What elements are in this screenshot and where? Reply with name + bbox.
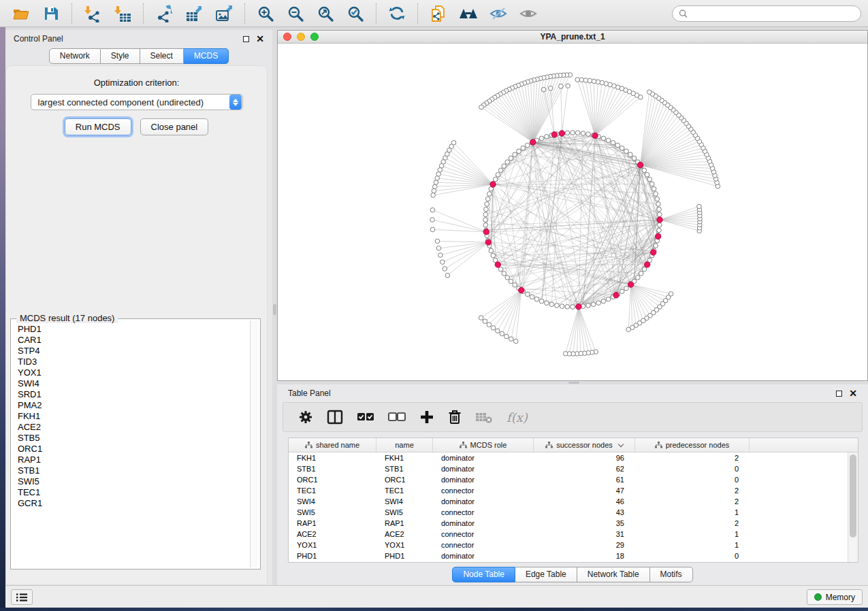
ring-node[interactable]: [586, 132, 591, 137]
mcds-result-scrollbar[interactable]: [250, 320, 259, 567]
column-header-name[interactable]: name: [376, 438, 433, 452]
leaf-node[interactable]: [496, 329, 500, 333]
export-network-button[interactable]: [150, 3, 178, 24]
ring-node[interactable]: [628, 152, 633, 157]
mcds-result-item[interactable]: SWI5: [18, 476, 249, 487]
network-window-titlebar[interactable]: YPA_prune.txt_1: [278, 31, 867, 44]
ring-node[interactable]: [606, 297, 611, 301]
tab-network-table[interactable]: Network Table: [577, 567, 650, 582]
ring-node[interactable]: [591, 302, 596, 307]
run-mcds-button[interactable]: Run MCDS: [65, 118, 131, 135]
zoom-out-button[interactable]: [281, 3, 310, 24]
mcds-result-item[interactable]: CAR1: [18, 335, 249, 346]
tab-edge-table[interactable]: Edge Table: [515, 567, 577, 582]
new-network-from-selection-button[interactable]: [424, 3, 453, 24]
leaf-node[interactable]: [487, 323, 492, 327]
leaf-node[interactable]: [432, 188, 436, 193]
deselect-all-button[interactable]: [388, 407, 406, 427]
delete-columns-button[interactable]: [448, 407, 462, 427]
ring-node[interactable]: [513, 283, 517, 288]
save-session-button[interactable]: [37, 3, 65, 24]
ring-node[interactable]: [525, 143, 530, 148]
leaf-node[interactable]: [563, 351, 568, 356]
ring-node[interactable]: [647, 177, 652, 182]
ring-node[interactable]: [498, 168, 503, 173]
mcds-result-item[interactable]: STB5: [18, 433, 249, 444]
ring-node[interactable]: [487, 192, 492, 197]
mcds-result-item[interactable]: ACE2: [18, 422, 249, 433]
ring-node[interactable]: [539, 299, 544, 303]
mcds-result-item[interactable]: PMA2: [18, 400, 249, 411]
mcds-hub-node[interactable]: [519, 287, 524, 293]
ring-node[interactable]: [652, 186, 656, 191]
leaf-node[interactable]: [438, 253, 443, 258]
close-panel-icon[interactable]: ✕: [256, 35, 264, 42]
leaf-node[interactable]: [431, 193, 436, 198]
ring-node[interactable]: [534, 297, 539, 301]
mcds-hub-node[interactable]: [650, 250, 656, 255]
leaf-node[interactable]: [479, 105, 484, 110]
ring-node[interactable]: [489, 248, 494, 253]
show-panel-menu-button[interactable]: [11, 589, 33, 605]
network-graph[interactable]: [278, 44, 867, 380]
leaf-node[interactable]: [548, 86, 553, 90]
ring-node[interactable]: [655, 197, 660, 201]
leaf-node[interactable]: [430, 218, 435, 222]
ring-node[interactable]: [642, 168, 647, 173]
ring-node[interactable]: [581, 131, 585, 136]
mcds-hub-node[interactable]: [559, 131, 564, 136]
leaf-node[interactable]: [626, 327, 631, 332]
ring-node[interactable]: [649, 182, 654, 186]
select-all-button[interactable]: [357, 407, 374, 427]
ring-node[interactable]: [601, 136, 606, 141]
ring-node[interactable]: [624, 149, 629, 154]
leaf-node[interactable]: [697, 204, 702, 209]
mcds-result-item[interactable]: TID3: [18, 357, 249, 367]
column-header-predecessor-nodes[interactable]: predecessor nodes: [635, 438, 750, 452]
ring-node[interactable]: [491, 253, 496, 258]
ring-node[interactable]: [502, 271, 507, 276]
tab-network[interactable]: Network: [49, 48, 101, 64]
ring-node[interactable]: [483, 212, 488, 217]
ring-node[interactable]: [654, 192, 658, 197]
zoom-in-button[interactable]: [251, 3, 280, 24]
ring-node[interactable]: [549, 302, 554, 307]
open-session-button[interactable]: [7, 3, 35, 24]
mcds-hub-node[interactable]: [483, 229, 489, 235]
mcds-hub-node[interactable]: [576, 303, 581, 309]
close-panel-icon[interactable]: ✕: [849, 390, 857, 397]
mcds-hub-node[interactable]: [637, 162, 643, 167]
ring-node[interactable]: [555, 303, 560, 308]
ring-node[interactable]: [513, 152, 517, 157]
mcds-result-item[interactable]: PHD1: [18, 324, 249, 335]
ring-node[interactable]: [642, 267, 647, 271]
mcds-result-item[interactable]: SRD1: [18, 389, 249, 400]
mcds-result-item[interactable]: FKH1: [18, 411, 249, 422]
ring-node[interactable]: [636, 276, 641, 280]
leaf-node[interactable]: [434, 180, 438, 185]
mcds-hub-node[interactable]: [657, 217, 662, 222]
import-network-button[interactable]: [78, 3, 107, 24]
ring-node[interactable]: [525, 292, 530, 297]
leaf-node[interactable]: [596, 80, 600, 84]
mcds-result-item[interactable]: YOX1: [18, 367, 249, 378]
table-options-button[interactable]: [298, 407, 313, 427]
leaf-node[interactable]: [600, 80, 605, 85]
ring-node[interactable]: [485, 197, 490, 201]
table-row[interactable]: TEC1TEC1connector472: [289, 485, 858, 496]
ring-node[interactable]: [509, 279, 513, 284]
ring-node[interactable]: [530, 295, 534, 299]
close-panel-button[interactable]: Close panel: [140, 118, 209, 135]
mcds-result-item[interactable]: SWI4: [18, 378, 249, 389]
table-row[interactable]: PHD1PHD1dominator180: [289, 550, 858, 561]
tab-select[interactable]: Select: [140, 48, 184, 64]
leaf-node[interactable]: [509, 337, 513, 342]
zoom-fit-button[interactable]: [311, 3, 340, 24]
search-input[interactable]: [692, 9, 854, 18]
ring-node[interactable]: [657, 222, 662, 227]
leaf-node[interactable]: [436, 172, 441, 177]
ring-node[interactable]: [657, 212, 662, 217]
ring-node[interactable]: [611, 140, 615, 145]
export-image-button[interactable]: [210, 3, 238, 24]
ring-node[interactable]: [483, 218, 488, 222]
